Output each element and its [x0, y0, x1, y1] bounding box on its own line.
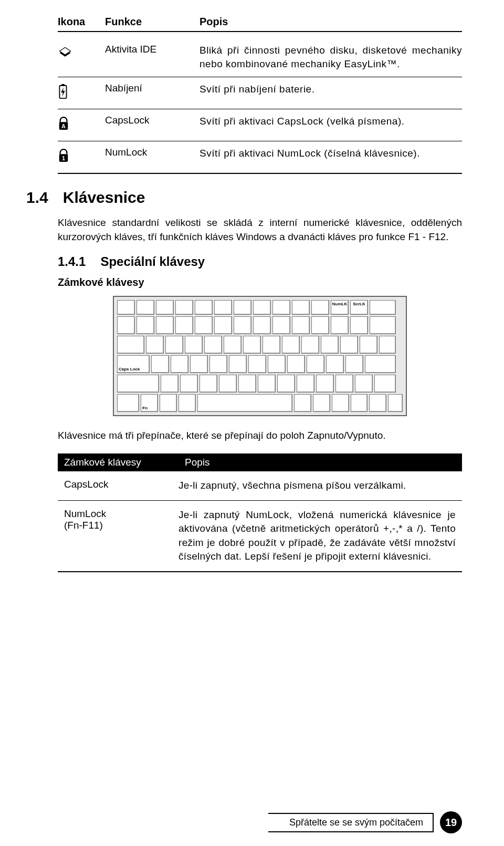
- key: [277, 375, 295, 393]
- key: [136, 316, 154, 334]
- capslock-icon: A: [58, 116, 72, 135]
- key: [234, 300, 251, 315]
- svg-rect-3: [61, 84, 65, 86]
- key: [160, 394, 177, 412]
- disk-icon: [58, 45, 72, 64]
- key: [185, 336, 203, 354]
- lock-cell-key: CapsLock: [64, 479, 178, 493]
- lock-th-2: Popis: [185, 457, 210, 468]
- cell-desc: Svítí při aktivaci NumLock (číselná kláv…: [200, 147, 462, 167]
- table-header-row: Ikona Funkce Popis: [58, 16, 462, 32]
- table-row: Nabíjení Svítí při nabíjení baterie.: [58, 77, 462, 109]
- cell-desc: Svítí při nabíjení baterie.: [200, 82, 462, 102]
- subsection-title: Speciální klávesy: [100, 254, 205, 269]
- lock-cell-desc: Je-li zapnutý, všechna písmena píšou ver…: [178, 479, 456, 493]
- key: [311, 300, 329, 315]
- key: [262, 336, 280, 354]
- lock-keys-table: Zámkové klávesy Popis CapsLock Je-li zap…: [58, 453, 462, 572]
- subsection-number: 1.4.1: [58, 254, 86, 269]
- key: [282, 336, 300, 354]
- key: [350, 316, 368, 334]
- table-row: Aktivita IDE Bliká při činnosti pevného …: [58, 38, 462, 77]
- key: [253, 300, 271, 315]
- cell-func: Nabíjení: [105, 82, 200, 102]
- key: [156, 316, 174, 334]
- key: [307, 355, 324, 373]
- key: [200, 375, 217, 393]
- cell-func: CapsLock: [105, 115, 200, 135]
- key: [331, 316, 349, 334]
- table-row: NumLock (Fn-F11) Je-li zapnutý NumLock, …: [58, 501, 462, 572]
- cell-desc: Bliká při činnosti pevného disku, disket…: [200, 44, 462, 70]
- key: [178, 394, 196, 412]
- sub-heading: Zámkové klávesy: [58, 276, 462, 288]
- key: [165, 336, 183, 354]
- key: [151, 355, 169, 373]
- key: [351, 394, 368, 412]
- key: [311, 316, 329, 334]
- svg-marker-4: [61, 88, 65, 97]
- battery-charging-icon: [58, 84, 72, 102]
- key: [297, 375, 314, 393]
- key: [253, 316, 271, 334]
- cell-desc: Svítí při aktivaci CapsLock (velká písme…: [200, 115, 462, 135]
- key: [292, 316, 310, 334]
- key: [136, 300, 154, 315]
- key: [171, 355, 188, 373]
- paragraph: Klávesnice má tři přepínače, které se př…: [58, 429, 462, 443]
- key: [195, 316, 213, 334]
- keyboard-row: Caps Lock: [117, 355, 403, 373]
- key: [229, 355, 247, 373]
- key: [117, 336, 144, 354]
- key: [209, 355, 227, 373]
- cell-icon: A: [58, 115, 105, 135]
- key: [272, 316, 290, 334]
- key: [355, 375, 373, 393]
- key: [370, 316, 396, 334]
- capslock-key: Caps Lock: [117, 355, 150, 373]
- table-row: 1 NumLock Svítí při aktivaci NumLock (čí…: [58, 141, 462, 174]
- section-title: Klávesnice: [63, 189, 145, 207]
- key: [370, 300, 396, 315]
- lock-cell-key: NumLock (Fn-F11): [64, 508, 178, 564]
- key: [272, 300, 290, 315]
- key: [258, 375, 276, 393]
- key: [287, 355, 305, 373]
- key: [374, 375, 396, 393]
- key: [195, 300, 213, 315]
- key: [156, 300, 174, 315]
- cell-func: Aktivita IDE: [105, 44, 200, 70]
- key: [117, 316, 135, 334]
- cell-icon: 1: [58, 147, 105, 167]
- cell-func: NumLock: [105, 147, 200, 167]
- key: [340, 336, 358, 354]
- section-number: 1.4: [26, 189, 48, 207]
- cell-icon: [58, 44, 105, 70]
- key: [294, 394, 311, 412]
- key: [204, 336, 222, 354]
- table-row: A CapsLock Svítí při aktivaci CapsLock (…: [58, 109, 462, 141]
- lock-key-name: CapsLock: [64, 479, 109, 490]
- keyboard-row: [117, 336, 403, 354]
- scrlk-key: ScrLK: [350, 300, 368, 315]
- keyboard-row: Fn: [117, 394, 403, 412]
- numlk-key: NumLK: [331, 300, 349, 315]
- key: [360, 336, 377, 354]
- page-footer: Spřátelte se se svým počítačem 19: [268, 811, 462, 833]
- spacebar-key: [197, 394, 293, 412]
- key: [335, 375, 353, 393]
- key: [369, 394, 386, 412]
- lock-th-1: Zámkové klávesy: [64, 457, 185, 468]
- key: [175, 316, 193, 334]
- cell-icon: [58, 82, 105, 102]
- key: [146, 336, 164, 354]
- th-icon: Ikona: [58, 16, 105, 28]
- key: [175, 300, 193, 315]
- key: [117, 394, 139, 412]
- svg-text:A: A: [61, 123, 66, 129]
- key: [332, 394, 349, 412]
- page-number: 19: [440, 811, 462, 833]
- lock-cell-desc: Je-li zapnutý NumLock, vložená numerická…: [178, 508, 456, 564]
- key: [248, 355, 266, 373]
- key: [190, 355, 208, 373]
